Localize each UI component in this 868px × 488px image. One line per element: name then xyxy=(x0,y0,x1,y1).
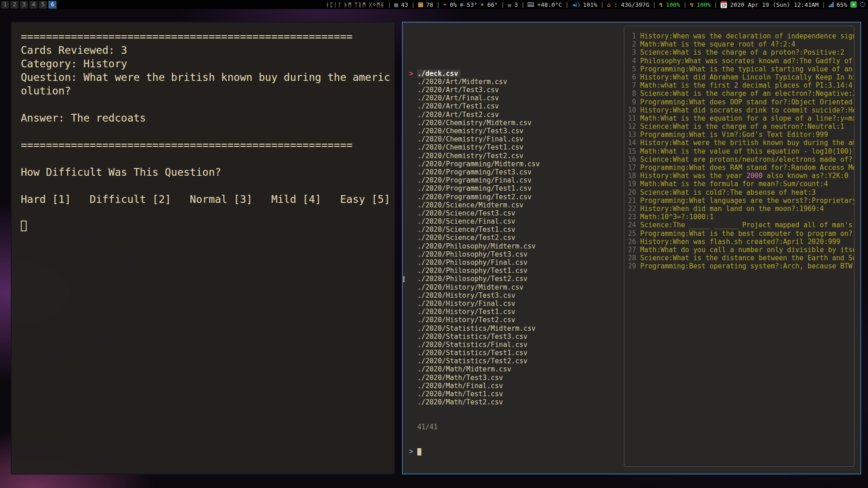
fzf-result-row[interactable]: ./2020/History/Test3.csv xyxy=(409,291,540,300)
fzf-result-row[interactable]: ./2020/Statistics/Midterm.csv xyxy=(409,324,540,333)
preview-line-number: 24 xyxy=(624,221,636,229)
workspace-button-5[interactable]: 5 xyxy=(39,1,47,9)
terminal-line: How Difficult Was This Question? xyxy=(21,165,394,179)
preview-line-text: Programming:What is the best computer to… xyxy=(640,230,854,238)
preview-line-text: Philosophy:What was socrates known ad?:T… xyxy=(640,57,853,65)
battery-level-2: 100% xyxy=(697,1,711,8)
preview-text-segment: History:What was the year xyxy=(640,172,746,180)
fzf-result-row[interactable]: ./2020/Art/Midterm.csv xyxy=(409,78,540,86)
fzf-result-row[interactable]: ./2020/Math/Test3.csv xyxy=(409,374,540,382)
fzf-result-row[interactable]: ./2020/Programming/Test2.csv xyxy=(409,193,540,201)
preview-text-segment: History:When did man land on the moon?:1… xyxy=(640,205,824,213)
fzf-result-row[interactable]: ./2020/Chemistry/Midterm.csv xyxy=(409,119,540,127)
fzf-result-row[interactable]: ./2020/Science/Final.csv xyxy=(409,217,540,225)
preview-line-number: 11 xyxy=(624,114,636,122)
fzf-filename: ./2020/Statistics/Final.csv xyxy=(417,341,528,349)
fzf-filename: ./2020/Philosophy/Test2.csv xyxy=(417,275,528,283)
fzf-result-row[interactable]: ./2020/Science/Test2.csv xyxy=(409,234,540,242)
preview-line-text: Science:The _____ ______ Project mapped … xyxy=(640,221,853,229)
fzf-result-row[interactable]: ./2020/Art/Test1.csv xyxy=(409,102,540,110)
preview-line-text: History:What did socrates drink to commi… xyxy=(640,106,854,114)
fzf-result-row[interactable]: ./2020/History/Test1.csv xyxy=(409,308,540,316)
fzf-result-row[interactable]: ./2020/Programming/Final.csv xyxy=(409,176,540,184)
preview-line-text: Programming:What is the typical starting… xyxy=(640,65,853,73)
preview-line-text: Programming:What does RAM stand for?:Ran… xyxy=(640,164,854,172)
fzf-result-row[interactable]: ./2020/Art/Final.csv xyxy=(409,94,540,102)
fzf-result-row[interactable]: ./2020/Philosophy/Test2.csv xyxy=(409,275,540,283)
fzf-result-row[interactable]: ./2020/Philosophy/Test1.csv xyxy=(409,267,540,275)
preview-line: 12Science:What is the charge of a neutro… xyxy=(624,122,854,131)
fzf-result-row[interactable]: ./2020/Philosophy/Final.csv xyxy=(409,258,540,267)
preview-text-segment: Programming:What languages are the worst… xyxy=(640,197,854,205)
cpu-temp: +48.0°C xyxy=(537,1,562,8)
preview-line: 8Science:What is the charge of an electr… xyxy=(624,89,854,98)
preview-line: 26History:When was flash.sh created?:Apr… xyxy=(624,238,854,246)
fzf-prompt-symbol: > xyxy=(409,447,417,455)
fzf-result-row[interactable]: ./2020/Math/Test2.csv xyxy=(409,398,540,406)
terminal-line: Hard [1] Difficult [2] Normal [3] Mild [… xyxy=(21,192,394,206)
preview-line-number: 17 xyxy=(624,164,636,172)
preview-line-number: 8 xyxy=(624,89,636,98)
preview-text-segment: Math:What is the square root of 4?:2:4 xyxy=(640,40,795,48)
fzf-result-row[interactable]: ./2020/Math/Final.csv xyxy=(409,382,540,390)
fzf-pointer xyxy=(409,119,417,127)
fzf-result-row[interactable]: ./2020/Statistics/Final.csv xyxy=(409,341,540,349)
terminal-line: Category: History xyxy=(21,57,394,70)
fzf-result-row[interactable]: ./2020/Programming/Test1.csv xyxy=(409,184,540,192)
fzf-result-row[interactable]: ./2020/Statistics/Test1.csv xyxy=(409,349,540,357)
fzf-result-row[interactable]: ./2020/History/Test2.csv xyxy=(409,316,540,324)
fzf-result-row[interactable]: ./2020/Math/Midterm.csv xyxy=(409,365,540,373)
fzf-terminal-window[interactable]: >./deck.csv ./2020/Art/Midterm.csv ./202… xyxy=(402,22,861,474)
fzf-filename: ./2020/Programming/Test1.csv xyxy=(417,184,532,192)
workspace-button-3[interactable]: 3 xyxy=(20,1,28,9)
preview-line-number: 14 xyxy=(624,139,636,147)
fzf-result-row[interactable]: ./2020/Art/Test2.csv xyxy=(409,111,540,119)
fzf-result-row[interactable]: >./deck.csv xyxy=(409,70,540,78)
preview-line: 11Math:What is the equation for a slope … xyxy=(624,114,854,122)
systray-app-icon[interactable] xyxy=(860,2,865,7)
fzf-result-row[interactable]: ./2020/Statistics/Test3.csv xyxy=(409,333,540,341)
fzf-result-row[interactable]: ./2020/Programming/Midterm.csv xyxy=(409,160,540,168)
preview-line: 22History:When did man land on the moon?… xyxy=(624,205,854,213)
fzf-result-row[interactable]: ./2020/Science/Test3.csv xyxy=(409,209,540,217)
preview-line-number: 3 xyxy=(624,48,636,56)
workspace-button-2[interactable]: 2 xyxy=(10,1,19,9)
preview-line-number: 9 xyxy=(624,98,636,106)
workspace-button-6[interactable]: 6 xyxy=(48,1,57,9)
fzf-result-row[interactable]: ./2020/Science/Test1.csv xyxy=(409,225,540,234)
preview-line: 18History:What was the year 2000 also kn… xyxy=(624,172,854,180)
battery-level-1: 100% xyxy=(666,1,680,8)
fzf-pointer xyxy=(409,357,417,365)
fzf-filename: ./2020/Programming/Final.csv xyxy=(417,176,532,184)
fzf-result-row[interactable]: ./2020/Math/Test1.csv xyxy=(409,390,540,398)
preview-line: 16Science:What are protons/neutrons/elec… xyxy=(624,155,854,164)
fzf-pointer xyxy=(409,234,417,242)
fzf-filename: ./2020/Philosophy/Test3.csv xyxy=(417,250,528,258)
fzf-result-row[interactable]: ./2020/Chemistry/Test1.csv xyxy=(409,143,540,151)
fzf-filename: ./2020/Art/Final.csv xyxy=(417,94,499,102)
fzf-result-row[interactable]: ./2020/Philosophy/Test3.csv xyxy=(409,250,540,258)
news-count: 43 xyxy=(401,1,408,8)
fzf-result-row[interactable]: ./2020/Chemistry/Final.csv xyxy=(409,135,540,143)
fzf-result-row[interactable]: ./2020/Statistics/Test2.csv xyxy=(409,357,540,365)
preview-line-text: Science:What is cold?:The absense of hea… xyxy=(640,188,816,197)
fzf-result-row[interactable]: ./2020/Art/Test3.csv xyxy=(409,86,540,94)
preview-text-segment: Science:What is the charge of a neutron?… xyxy=(640,122,844,131)
separator: | xyxy=(387,1,391,8)
fzf-result-row[interactable]: ./2020/History/Final.csv xyxy=(409,300,540,308)
preview-line-text: Science:What is the charge of a neutron?… xyxy=(640,122,844,131)
fzf-result-row[interactable]: ./2020/Philosophy/Midterm.csv xyxy=(409,242,540,250)
fzf-result-row[interactable]: ./2020/Chemistry/Test2.csv xyxy=(409,152,540,160)
workspace-button-1[interactable]: 1 xyxy=(1,1,9,9)
calendar-icon: 17 xyxy=(721,1,727,8)
fzf-result-row[interactable]: ./2020/Programming/Test3.csv xyxy=(409,168,540,176)
fzf-result-row[interactable]: ./2020/Chemistry/Test3.csv xyxy=(409,127,540,135)
workspace-button-4[interactable]: 4 xyxy=(29,1,38,9)
fzf-filename: ./deck.csv xyxy=(417,70,461,78)
flashcard-terminal-window[interactable]: ========================================… xyxy=(11,22,395,474)
preview-line: 10History:What did socrates drink to com… xyxy=(624,106,854,114)
fzf-result-row[interactable]: ./2020/Science/Midterm.csv xyxy=(409,201,540,209)
preview-line-text: Science:What is the distance between the… xyxy=(640,254,854,262)
fzf-result-row[interactable]: ./2020/History/Midterm.csv xyxy=(409,283,540,291)
fzf-prompt-row[interactable]: > xyxy=(409,447,540,455)
